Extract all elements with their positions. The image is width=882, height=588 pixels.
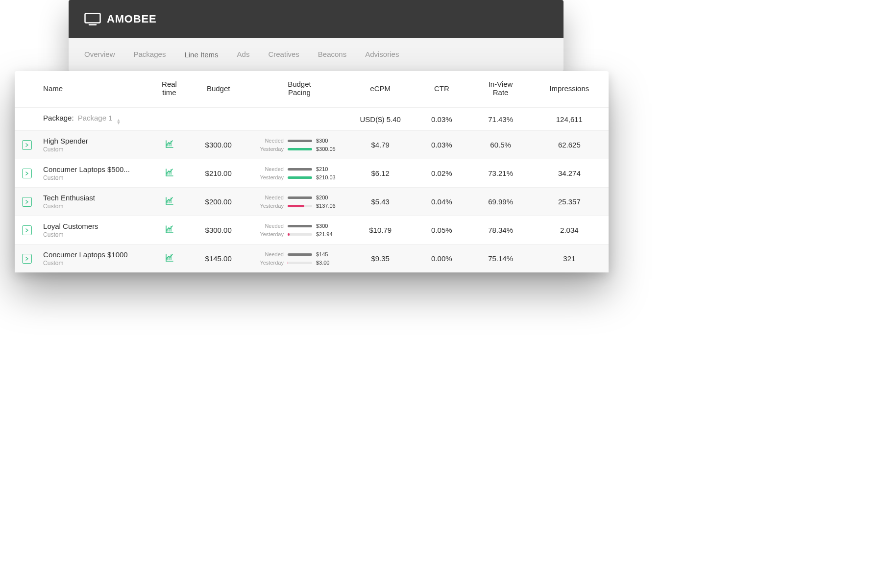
tab-ads[interactable]: Ads — [237, 48, 250, 61]
realtime-chart-icon[interactable] — [165, 196, 174, 207]
row-ctr: 0.04% — [412, 188, 471, 216]
sort-icon[interactable]: ▲▼ — [117, 119, 121, 124]
col-budget[interactable]: Budget — [187, 71, 250, 108]
pacing-cell: Needed$200Yesterday$137.06 — [254, 194, 344, 210]
pacing-yesterday-bar — [288, 205, 312, 207]
table-row: Concumer Laptops $500...Custom$210.00Nee… — [15, 159, 609, 188]
tab-advisories[interactable]: Advisories — [365, 48, 399, 61]
realtime-chart-icon[interactable] — [165, 140, 174, 150]
row-name[interactable]: Concumer Laptops $1000 — [43, 250, 148, 259]
group-ecpm: USD($) 5.40 — [348, 108, 412, 131]
col-impr[interactable]: Impressions — [530, 71, 609, 108]
pacing-yesterday-value: $210.03 — [316, 174, 343, 180]
tab-line-items[interactable]: Line Items — [184, 49, 218, 61]
row-impr: 2.034 — [530, 216, 609, 245]
pacing-needed-bar — [288, 140, 312, 142]
expand-icon[interactable] — [22, 254, 32, 264]
row-name[interactable]: Tech Enthusiast — [43, 194, 148, 202]
row-budget: $300.00 — [187, 216, 250, 245]
tab-beacons[interactable]: Beacons — [318, 48, 346, 61]
row-ecpm: $9.35 — [348, 245, 412, 273]
pacing-yesterday-bar — [288, 262, 312, 264]
topbar: AMOBEE — [69, 0, 564, 38]
row-subtype: Custom — [43, 146, 148, 153]
row-inview: 69.99% — [471, 188, 530, 216]
table-row: Concumer Laptops $1000Custom$145.00Neede… — [15, 245, 609, 273]
col-pacing[interactable]: Budget Pacing — [250, 71, 348, 108]
row-inview: 75.14% — [471, 245, 530, 273]
brand-text: AMOBEE — [107, 13, 156, 25]
pacing-cell: Needed$300Yesterday$21.94 — [254, 222, 344, 238]
pacing-yesterday-label: Yesterday — [256, 174, 284, 180]
expand-icon[interactable] — [22, 197, 32, 207]
col-realtime[interactable]: Real time — [152, 71, 186, 108]
pacing-needed-value: $145 — [316, 251, 343, 257]
pacing-needed-value: $210 — [316, 166, 343, 172]
row-budget: $300.00 — [187, 131, 250, 159]
row-ecpm: $4.79 — [348, 131, 412, 159]
pacing-yesterday-label: Yesterday — [256, 260, 284, 266]
group-inview: 71.43% — [471, 108, 530, 131]
row-impr: 62.625 — [530, 131, 609, 159]
row-budget: $145.00 — [187, 245, 250, 273]
row-ctr: 0.02% — [412, 159, 471, 188]
col-ctr[interactable]: CTR — [412, 71, 471, 108]
pacing-needed-value: $200 — [316, 195, 343, 200]
expand-icon[interactable] — [22, 169, 32, 178]
pacing-cell: Needed$145Yesterday$3.00 — [254, 251, 344, 267]
row-subtype: Custom — [43, 260, 148, 267]
nav-tabs: OverviewPackagesLine ItemsAdsCreativesBe… — [69, 38, 564, 71]
group-impr: 124,611 — [530, 108, 609, 131]
brand-logo: AMOBEE — [84, 13, 156, 25]
pacing-needed-label: Needed — [256, 195, 284, 200]
table-row: Loyal CustomersCustom$300.00Needed$300Ye… — [15, 216, 609, 245]
line-items-panel: Name Real time Budget Budget Pacing eCPM… — [15, 71, 609, 272]
row-name[interactable]: Loyal Customers — [43, 222, 148, 230]
pacing-needed-label: Needed — [256, 223, 284, 229]
pacing-needed-bar — [288, 225, 312, 227]
pacing-yesterday-value: $21.94 — [316, 231, 343, 237]
expand-icon[interactable] — [22, 225, 32, 235]
row-impr: 25.357 — [530, 188, 609, 216]
row-ctr: 0.05% — [412, 216, 471, 245]
col-name[interactable]: Name — [39, 71, 152, 108]
group-row: Package:Package 1▲▼USD($) 5.400.03%71.43… — [15, 108, 609, 131]
pacing-yesterday-value: $300.05 — [316, 146, 343, 152]
monitor-icon — [84, 13, 101, 25]
pacing-cell: Needed$210Yesterday$210.03 — [254, 166, 344, 181]
row-budget: $200.00 — [187, 188, 250, 216]
realtime-chart-icon[interactable] — [165, 225, 174, 235]
realtime-chart-icon[interactable] — [165, 168, 174, 178]
pacing-needed-label: Needed — [256, 251, 284, 257]
realtime-chart-icon[interactable] — [165, 253, 174, 264]
row-inview: 60.5% — [471, 131, 530, 159]
row-ctr: 0.03% — [412, 131, 471, 159]
pacing-yesterday-value: $3.00 — [316, 260, 343, 266]
row-subtype: Custom — [43, 203, 148, 210]
pacing-needed-bar — [288, 196, 312, 199]
row-name[interactable]: Concumer Laptops $500... — [43, 165, 148, 173]
col-ecpm[interactable]: eCPM — [348, 71, 412, 108]
table-row: Tech EnthusiastCustom$200.00Needed$200Ye… — [15, 188, 609, 216]
group-value[interactable]: Package 1 — [78, 114, 113, 122]
header-row: Name Real time Budget Budget Pacing eCPM… — [15, 71, 609, 108]
pacing-needed-bar — [288, 253, 312, 256]
expand-icon[interactable] — [22, 140, 32, 150]
tab-overview[interactable]: Overview — [84, 48, 115, 61]
tab-creatives[interactable]: Creatives — [268, 48, 299, 61]
pacing-yesterday-bar — [288, 148, 312, 150]
svg-rect-0 — [85, 14, 100, 23]
row-ecpm: $6.12 — [348, 159, 412, 188]
pacing-needed-label: Needed — [256, 166, 284, 172]
pacing-yesterday-value: $137.06 — [316, 203, 343, 209]
group-ctr: 0.03% — [412, 108, 471, 131]
pacing-cell: Needed$300Yesterday$300.05 — [254, 137, 344, 153]
table-row: High SpenderCustom$300.00Needed$300Yeste… — [15, 131, 609, 159]
col-inview[interactable]: In-View Rate — [471, 71, 530, 108]
pacing-yesterday-bar — [288, 176, 312, 179]
row-name[interactable]: High Spender — [43, 137, 148, 145]
pacing-needed-bar — [288, 168, 312, 171]
row-inview: 73.21% — [471, 159, 530, 188]
tab-packages[interactable]: Packages — [134, 48, 166, 61]
row-ecpm: $5.43 — [348, 188, 412, 216]
